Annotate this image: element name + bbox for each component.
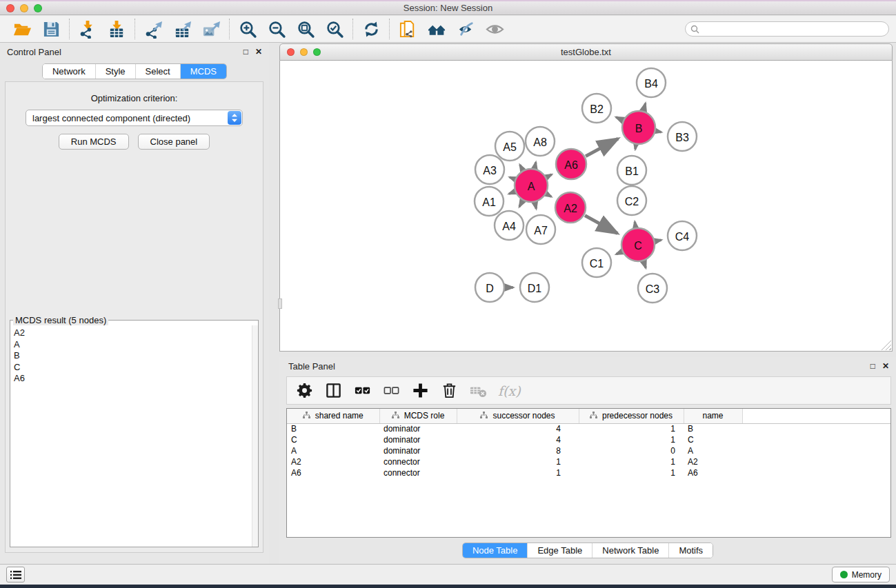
node-A1[interactable]: A1 bbox=[475, 187, 504, 216]
cell[interactable]: A bbox=[684, 445, 742, 456]
tab-network-table[interactable]: Network Table bbox=[592, 543, 668, 558]
cell[interactable]: 1 bbox=[579, 434, 684, 445]
edge-B-B2[interactable] bbox=[616, 117, 622, 120]
maximize-window-button[interactable] bbox=[34, 4, 42, 12]
memory-button[interactable]: Memory bbox=[832, 567, 890, 582]
ndex-network-icon[interactable] bbox=[397, 19, 418, 39]
refresh-icon[interactable] bbox=[361, 19, 381, 39]
edge-C-C4[interactable] bbox=[655, 240, 661, 241]
node-B1[interactable]: B1 bbox=[617, 156, 646, 185]
tab-style[interactable]: Style bbox=[95, 64, 135, 79]
eye-icon[interactable] bbox=[484, 19, 505, 39]
zoom-selected-icon[interactable] bbox=[324, 19, 345, 39]
cell[interactable]: 1 bbox=[579, 423, 684, 434]
float-table-panel-icon[interactable]: □ bbox=[870, 362, 875, 370]
cell[interactable]: C bbox=[684, 434, 742, 445]
cell[interactable]: 0 bbox=[579, 445, 684, 456]
cell[interactable]: A2 bbox=[287, 456, 379, 467]
close-panel-icon[interactable]: ✕ bbox=[255, 48, 262, 56]
task-history-button[interactable] bbox=[6, 567, 25, 582]
table-row[interactable]: Bdominator41B bbox=[287, 423, 890, 434]
close-table-panel-icon[interactable]: ✕ bbox=[882, 362, 889, 370]
node-D[interactable]: D bbox=[475, 273, 504, 302]
cell[interactable]: 4 bbox=[457, 434, 579, 445]
column-header-predecessor-nodes[interactable]: predecessor nodes bbox=[579, 409, 684, 423]
add-column-icon[interactable] bbox=[411, 381, 429, 401]
search-box[interactable] bbox=[685, 21, 889, 37]
node-B2[interactable]: B2 bbox=[582, 94, 611, 123]
houses-icon[interactable] bbox=[426, 19, 447, 39]
node-A5[interactable]: A5 bbox=[495, 132, 524, 161]
node-B4[interactable]: B4 bbox=[637, 68, 666, 97]
cell[interactable]: 1 bbox=[579, 467, 684, 478]
tab-motifs[interactable]: Motifs bbox=[668, 543, 713, 558]
edge-C-C1[interactable] bbox=[616, 252, 621, 254]
mcds-result-item[interactable]: A6 bbox=[14, 373, 252, 385]
network-maximize-button[interactable] bbox=[313, 48, 321, 56]
save-icon[interactable] bbox=[41, 19, 61, 39]
cell[interactable]: connector bbox=[379, 467, 457, 478]
node-A8[interactable]: A8 bbox=[526, 127, 555, 156]
mcds-result-item[interactable]: A bbox=[14, 339, 252, 351]
network-minimize-button[interactable] bbox=[300, 48, 308, 56]
node-C1[interactable]: C1 bbox=[582, 248, 611, 277]
import-network-icon[interactable] bbox=[77, 19, 98, 39]
edge-A-A4[interactable] bbox=[519, 201, 522, 207]
delete-column-icon[interactable] bbox=[440, 381, 458, 401]
node-table[interactable]: shared nameMCDS rolesuccessor nodesprede… bbox=[287, 409, 890, 478]
search-input[interactable] bbox=[703, 24, 884, 34]
mcds-result-item[interactable]: A2 bbox=[14, 327, 252, 339]
node-B[interactable]: B bbox=[622, 111, 655, 144]
cell[interactable]: 1 bbox=[457, 467, 579, 478]
run-mcds-button[interactable]: Run MCDS bbox=[59, 134, 129, 150]
close-panel-button[interactable]: Close panel bbox=[138, 134, 210, 150]
network-window-titlebar[interactable]: testGlobe.txt bbox=[279, 43, 893, 61]
table-row[interactable]: Cdominator41C bbox=[287, 434, 890, 445]
tab-mcds[interactable]: MCDS bbox=[180, 64, 226, 79]
select-all-icon[interactable] bbox=[353, 381, 371, 401]
mcds-result-item[interactable]: C bbox=[14, 362, 252, 374]
node-C4[interactable]: C4 bbox=[668, 221, 697, 250]
cell[interactable]: A2 bbox=[684, 456, 742, 467]
network-canvas[interactable]: B4B2BB3A5A8A6A3B1AA1C2A2A4A7C4CC1DD1C3 bbox=[279, 61, 893, 352]
node-A6[interactable]: A6 bbox=[556, 149, 586, 179]
zoom-in-icon[interactable] bbox=[237, 19, 258, 39]
deselect-all-icon[interactable] bbox=[382, 381, 400, 401]
edge-A2-C[interactable] bbox=[585, 216, 617, 234]
zoom-fit-icon[interactable] bbox=[295, 19, 316, 39]
node-A3[interactable]: A3 bbox=[475, 155, 504, 184]
export-network-icon[interactable] bbox=[143, 19, 163, 39]
mcds-result-list[interactable]: A2ABCA6 bbox=[10, 325, 252, 547]
table-row[interactable]: A6connector11A6 bbox=[287, 467, 890, 478]
float-panel-icon[interactable]: □ bbox=[243, 48, 248, 56]
criterion-dropdown[interactable]: largest connected component (directed) bbox=[26, 110, 243, 126]
cell[interactable]: 1 bbox=[579, 456, 684, 467]
edge-B-B3[interactable] bbox=[656, 131, 661, 132]
node-B3[interactable]: B3 bbox=[668, 122, 697, 151]
edge-A-A5[interactable] bbox=[520, 165, 523, 170]
cell[interactable]: 8 bbox=[457, 445, 579, 456]
hide-details-icon[interactable] bbox=[455, 19, 476, 39]
edge-A-A7[interactable] bbox=[535, 203, 537, 208]
open-folder-icon[interactable] bbox=[12, 19, 32, 39]
tab-network[interactable]: Network bbox=[43, 64, 95, 79]
cell[interactable]: dominator bbox=[379, 423, 457, 434]
cell[interactable]: C bbox=[287, 434, 379, 445]
column-layout-icon[interactable] bbox=[324, 381, 342, 401]
divider-grip-icon[interactable] bbox=[278, 298, 282, 309]
edge-B-B4[interactable] bbox=[644, 103, 646, 110]
cell[interactable]: A6 bbox=[287, 467, 379, 478]
cell[interactable]: A bbox=[287, 445, 379, 456]
network-close-button[interactable] bbox=[287, 48, 295, 56]
tab-select[interactable]: Select bbox=[135, 64, 180, 79]
node-A[interactable]: A bbox=[515, 169, 548, 202]
node-C3[interactable]: C3 bbox=[638, 274, 667, 303]
table-row[interactable]: A2connector11A2 bbox=[287, 456, 890, 467]
node-C2[interactable]: C2 bbox=[617, 186, 646, 215]
zoom-out-icon[interactable] bbox=[266, 19, 287, 39]
cell[interactable]: dominator bbox=[379, 445, 457, 456]
table-row[interactable]: Adominator80A bbox=[287, 445, 890, 456]
cell[interactable]: A6 bbox=[684, 467, 742, 478]
column-header-name[interactable]: name bbox=[684, 409, 742, 423]
edge-A6-B[interactable] bbox=[586, 139, 618, 156]
